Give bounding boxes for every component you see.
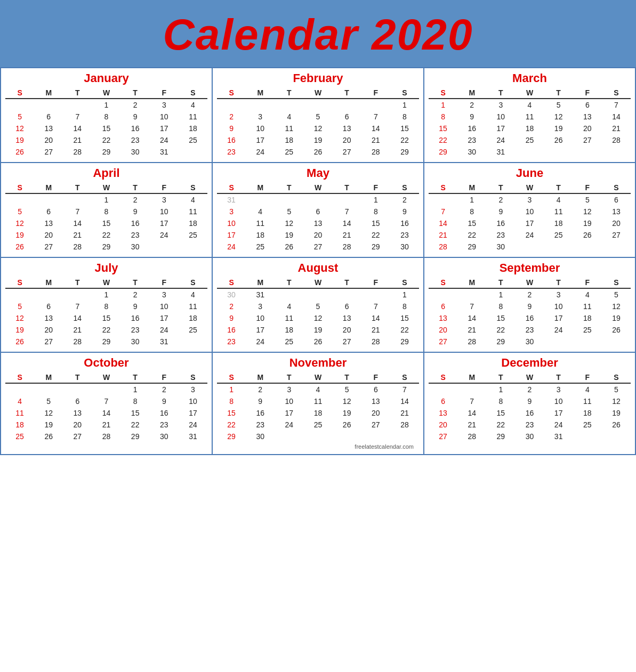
calendar-day: 8 bbox=[92, 111, 120, 123]
calendar-day: 3 bbox=[217, 206, 246, 217]
day-header: T bbox=[63, 277, 92, 288]
day-header: F bbox=[150, 372, 179, 383]
calendar-day: 10 bbox=[486, 111, 515, 123]
day-header: T bbox=[486, 87, 515, 99]
calendar-day: 2 bbox=[217, 111, 246, 123]
calendar-day: 7 bbox=[63, 301, 92, 312]
calendar-day: 28 bbox=[333, 241, 361, 253]
calendar-day: 27 bbox=[429, 336, 457, 347]
calendar-day: 8 bbox=[486, 301, 515, 312]
month-table: SMTWTFS123456789101112131415161718192021… bbox=[429, 87, 631, 158]
calendar-day: 26 bbox=[544, 134, 573, 146]
day-header: T bbox=[333, 372, 361, 383]
calendar-day: 20 bbox=[63, 419, 92, 431]
calendar-day: 26 bbox=[303, 336, 332, 347]
calendar-day: 5 bbox=[5, 206, 34, 217]
calendar-day: 12 bbox=[602, 301, 631, 312]
calendar-day: 27 bbox=[573, 134, 602, 146]
calendar-day: 2 bbox=[121, 99, 150, 111]
day-header: S bbox=[429, 182, 457, 193]
month-name: December bbox=[429, 356, 631, 370]
day-header: S bbox=[217, 87, 246, 99]
calendar-day: 23 bbox=[390, 229, 419, 241]
day-header: T bbox=[63, 87, 92, 99]
calendar-day: 20 bbox=[573, 123, 602, 134]
calendar-day: 20 bbox=[361, 407, 390, 419]
calendar-day bbox=[602, 336, 631, 347]
calendar-day: 18 bbox=[275, 134, 303, 146]
day-header: T bbox=[544, 87, 573, 99]
calendar-day: 23 bbox=[121, 134, 150, 146]
calendar-day: 23 bbox=[246, 419, 275, 431]
calendar-day: 3 bbox=[515, 193, 544, 206]
calendar-day: 19 bbox=[5, 229, 34, 241]
calendar-day: 29 bbox=[429, 146, 457, 158]
calendar-day: 7 bbox=[457, 301, 486, 312]
calendar-day bbox=[515, 146, 544, 158]
calendar-day: 25 bbox=[275, 336, 303, 347]
calendar-day: 22 bbox=[429, 134, 457, 146]
calendar-day: 8 bbox=[361, 206, 390, 217]
calendar-day: 18 bbox=[515, 123, 544, 134]
calendar-day: 23 bbox=[486, 229, 515, 241]
day-header: S bbox=[5, 182, 34, 193]
calendar-day: 28 bbox=[457, 431, 486, 442]
day-header: M bbox=[246, 182, 275, 193]
calendar-day: 21 bbox=[63, 229, 92, 241]
calendar-day: 13 bbox=[429, 312, 457, 324]
calendar-day: 13 bbox=[34, 123, 63, 134]
calendar-day: 22 bbox=[92, 134, 120, 146]
month-name: June bbox=[429, 166, 631, 180]
calendar-day: 17 bbox=[179, 407, 207, 419]
day-header: S bbox=[179, 87, 207, 99]
month-name: March bbox=[429, 71, 631, 85]
calendar-day: 9 bbox=[121, 111, 150, 123]
calendar-day bbox=[429, 193, 457, 206]
calendar-day: 22 bbox=[390, 134, 419, 146]
calendar-day: 24 bbox=[217, 241, 246, 253]
calendar-day: 11 bbox=[573, 301, 602, 312]
calendar-day: 30 bbox=[217, 288, 246, 301]
day-header: T bbox=[486, 372, 515, 383]
month-block-december: DecemberSMTWTFS1234567891011121314151617… bbox=[424, 353, 636, 455]
calendar-day: 9 bbox=[515, 301, 544, 312]
calendar-day: 6 bbox=[34, 301, 63, 312]
calendar-day: 17 bbox=[150, 217, 179, 229]
calendar-day: 31 bbox=[179, 431, 207, 442]
calendar-day bbox=[303, 431, 332, 442]
calendar-day: 24 bbox=[544, 419, 573, 431]
day-header: S bbox=[390, 182, 419, 193]
calendar-day: 15 bbox=[457, 217, 486, 229]
calendar-day: 13 bbox=[333, 123, 361, 134]
day-header: F bbox=[573, 277, 602, 288]
calendar-day: 12 bbox=[5, 217, 34, 229]
calendar-day: 26 bbox=[5, 336, 34, 347]
calendar-day: 11 bbox=[544, 206, 573, 217]
calendar-day: 5 bbox=[303, 301, 332, 312]
calendar-day: 4 bbox=[5, 395, 34, 407]
day-header: T bbox=[544, 372, 573, 383]
calendar-day: 24 bbox=[150, 134, 179, 146]
day-header: S bbox=[5, 277, 34, 288]
day-header: T bbox=[63, 182, 92, 193]
calendar-day: 9 bbox=[246, 395, 275, 407]
calendar-day: 29 bbox=[457, 241, 486, 253]
calendar-day: 10 bbox=[246, 312, 275, 324]
calendar-day: 1 bbox=[217, 383, 246, 395]
calendar-day: 21 bbox=[63, 134, 92, 146]
day-header: S bbox=[217, 182, 246, 193]
day-header: T bbox=[486, 182, 515, 193]
calendar-day: 9 bbox=[121, 301, 150, 312]
calendar-day: 25 bbox=[544, 229, 573, 241]
calendar-day: 29 bbox=[486, 336, 515, 347]
calendar-day: 26 bbox=[602, 324, 631, 336]
month-name: January bbox=[5, 71, 207, 85]
calendar-day: 23 bbox=[121, 229, 150, 241]
calendar-day: 1 bbox=[486, 288, 515, 301]
calendar-day: 7 bbox=[602, 99, 631, 111]
calendar-day: 20 bbox=[429, 419, 457, 431]
calendar-day: 27 bbox=[429, 431, 457, 442]
calendar-day: 18 bbox=[5, 419, 34, 431]
calendar-day: 12 bbox=[544, 111, 573, 123]
day-header: F bbox=[361, 182, 390, 193]
